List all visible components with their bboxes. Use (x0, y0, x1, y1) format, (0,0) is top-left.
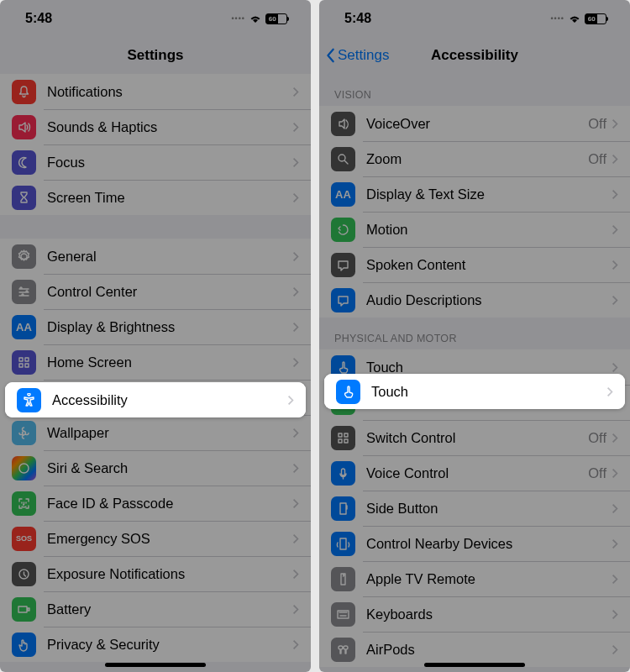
keyboard-icon (331, 602, 355, 627)
row-label: Exposure Notifications (47, 566, 292, 582)
chevron-right-icon (292, 322, 299, 333)
row-label: Control Center (47, 284, 292, 300)
row-accessibility[interactable]: Accessibility (5, 382, 306, 417)
row-label: Focus (47, 155, 292, 171)
row-spoken-content[interactable]: Spoken Content (319, 247, 630, 282)
voice-ctrl-icon (331, 461, 355, 486)
bell-icon (12, 80, 36, 104)
row-audio-descriptions[interactable]: Audio Descriptions (319, 282, 630, 318)
chevron-right-icon (292, 428, 299, 438)
row-label: Wallpaper (47, 425, 292, 441)
row-airpods[interactable]: AirPods (319, 632, 630, 667)
row-label: Audio Descriptions (366, 292, 612, 308)
row-general[interactable]: General (0, 239, 311, 274)
row-label: VoiceOver (366, 116, 588, 132)
chevron-right-icon (287, 395, 294, 406)
chevron-right-icon (612, 538, 618, 549)
clock: 5:48 (25, 11, 52, 26)
row-motion[interactable]: Motion (319, 212, 630, 247)
row-label: Accessibility (52, 392, 287, 408)
row-exposure-notifications[interactable]: Exposure Notifications (0, 556, 311, 591)
row-emergency-sos[interactable]: SOSEmergency SOS (0, 521, 311, 556)
row-voice-control[interactable]: Voice ControlOff (319, 455, 630, 491)
airpods-icon (331, 638, 355, 662)
settings-screen: 5:48 •••• 60 Settings NotificationsSound… (0, 0, 311, 672)
row-wallpaper[interactable]: Wallpaper (0, 415, 311, 450)
row-label: Face ID & Passcode (47, 496, 292, 512)
sos-icon: SOS (12, 527, 36, 551)
gear-icon (12, 244, 36, 269)
row-apple-tv-remote[interactable]: Apple TV Remote (319, 561, 630, 596)
row-switch-control[interactable]: Switch ControlOff (319, 420, 630, 455)
row-label: Switch Control (366, 430, 588, 446)
chevron-right-icon (292, 463, 299, 474)
switch-icon (331, 426, 355, 450)
row-label: Sounds & Haptics (47, 119, 292, 135)
row-privacy-security[interactable]: Privacy & Security (0, 627, 311, 662)
chevron-left-icon (326, 48, 336, 63)
chevron-right-icon (612, 468, 618, 479)
row-screen-time[interactable]: Screen Time (0, 180, 311, 215)
row-battery[interactable]: Battery (0, 591, 311, 627)
back-button[interactable]: Settings (326, 47, 389, 64)
row-value: Off (588, 151, 606, 167)
touch-icon (336, 380, 360, 404)
row-value: Off (588, 116, 606, 132)
row-touch[interactable]: Touch (324, 374, 625, 409)
chevron-right-icon (612, 118, 618, 129)
row-home-screen[interactable]: Home Screen (0, 344, 311, 380)
chevron-right-icon (292, 604, 299, 615)
row-voiceover[interactable]: VoiceOverOff (319, 106, 630, 141)
row-label: Spoken Content (366, 257, 612, 273)
home-indicator[interactable] (105, 663, 206, 667)
row-label: Side Button (366, 501, 612, 517)
row-label: Notifications (47, 84, 292, 100)
aa-icon: AA (331, 182, 355, 207)
row-notifications[interactable]: Notifications (0, 74, 311, 109)
row-keyboards[interactable]: Keyboards (319, 596, 630, 632)
row-label: Home Screen (47, 354, 292, 370)
row-display-text-size[interactable]: AADisplay & Text Size (319, 176, 630, 212)
row-value: Off (588, 465, 606, 481)
speaker-icon (12, 115, 36, 139)
wifi-icon (249, 13, 262, 24)
row-display-brightness[interactable]: AADisplay & Brightness (0, 309, 311, 344)
accessibility-list[interactable]: VISION VoiceOverOffZoomOffAADisplay & Te… (319, 74, 630, 672)
status-bar: 5:48 •••• 60 (319, 0, 630, 37)
row-face-id-passcode[interactable]: Face ID & Passcode (0, 486, 311, 521)
voiceover-icon (331, 112, 355, 136)
hourglass-icon (12, 186, 36, 210)
chevron-right-icon (292, 286, 299, 297)
chevron-right-icon (612, 362, 618, 373)
row-label: Apple TV Remote (366, 571, 612, 587)
chevron-right-icon (612, 189, 618, 200)
section-header-vision: VISION (319, 74, 630, 106)
row-label: Siri & Search (47, 460, 292, 476)
zoom-icon (331, 147, 355, 171)
nearby-icon (331, 532, 355, 556)
row-side-button[interactable]: Side Button (319, 491, 630, 526)
row-siri-search[interactable]: Siri & Search (0, 450, 311, 486)
row-sounds-haptics[interactable]: Sounds & Haptics (0, 109, 311, 144)
page-title: Accessibility (431, 47, 518, 64)
highlighted-row: Accessibility (5, 382, 306, 417)
chevron-right-icon (292, 192, 299, 203)
cell-dots-icon: •••• (550, 14, 564, 23)
settings-list[interactable]: NotificationsSounds & HapticsFocusScreen… (0, 74, 311, 672)
chevron-right-icon (612, 224, 618, 235)
aa-icon: AA (12, 315, 36, 339)
chevron-right-icon (292, 87, 299, 97)
faceid-icon (12, 491, 36, 516)
row-label: Control Nearby Devices (366, 536, 612, 552)
row-control-nearby-devices[interactable]: Control Nearby Devices (319, 526, 630, 561)
battery-icon: 60 (585, 13, 606, 24)
row-control-center[interactable]: Control Center (0, 274, 311, 309)
chevron-right-icon (612, 295, 618, 306)
row-zoom[interactable]: ZoomOff (319, 141, 630, 176)
row-label: Touch (366, 360, 612, 375)
accessibility-icon (17, 388, 41, 412)
home-indicator[interactable] (424, 663, 525, 667)
hand-icon (12, 633, 36, 657)
row-label: Motion (366, 222, 612, 238)
row-focus[interactable]: Focus (0, 144, 311, 180)
